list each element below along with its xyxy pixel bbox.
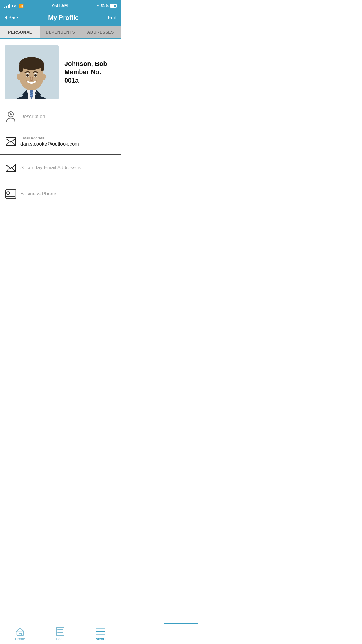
bluetooth-icon: ∗ xyxy=(96,4,99,8)
email-icon xyxy=(5,135,17,148)
secondary-email-icon xyxy=(5,162,17,174)
profile-name: Johnson, Bob xyxy=(64,60,116,68)
profile-section: Johnson, Bob Member No. 001a xyxy=(0,39,121,105)
page-title: My Profile xyxy=(48,14,79,22)
content-area: Johnson, Bob Member No. 001a Description xyxy=(0,39,121,233)
edit-button[interactable]: Edit xyxy=(108,15,116,20)
svg-point-23 xyxy=(10,113,12,115)
nav-bar: Back My Profile Edit xyxy=(0,11,121,26)
tab-dependents[interactable]: DEPENDENTS xyxy=(40,26,80,38)
status-left: GS 📶 xyxy=(4,4,24,8)
tab-personal[interactable]: PERSONAL xyxy=(0,26,40,39)
tab-bar: PERSONAL DEPENDENTS ADDRESSES xyxy=(0,26,121,39)
email-label: Email Address xyxy=(20,136,79,140)
secondary-email-placeholder: Seconday Email Addresses xyxy=(20,165,81,171)
back-label: Back xyxy=(8,15,19,20)
envelope-secondary-icon xyxy=(6,164,16,172)
business-phone-placeholder: Business Phone xyxy=(20,191,56,197)
description-content: Description xyxy=(20,114,45,120)
bar1 xyxy=(4,7,5,8)
bar4 xyxy=(9,4,10,8)
chevron-left-icon xyxy=(5,16,7,20)
status-right: ∗ 58 % xyxy=(96,4,117,8)
back-button[interactable]: Back xyxy=(5,15,19,20)
person-icon xyxy=(6,111,15,122)
email-value: dan.s.cooke@outlook.com xyxy=(20,141,79,147)
avatar xyxy=(5,45,59,99)
status-bar: GS 📶 9:41 AM ∗ 58 % xyxy=(0,0,121,11)
battery-percent: 58 % xyxy=(101,4,109,8)
svg-point-20 xyxy=(17,74,22,80)
svg-rect-14 xyxy=(19,64,23,72)
email-row[interactable]: Email Address dan.s.cooke@outlook.com xyxy=(0,128,121,155)
description-placeholder: Description xyxy=(20,114,45,120)
svg-point-18 xyxy=(26,74,29,77)
profile-member-no: Member No. 001a xyxy=(64,68,116,85)
description-row[interactable]: Description xyxy=(0,105,121,128)
svg-point-27 xyxy=(7,192,10,195)
business-phone-icon xyxy=(5,188,17,200)
description-icon xyxy=(5,111,17,123)
envelope-icon xyxy=(6,137,16,146)
wifi-icon: 📶 xyxy=(19,4,24,8)
battery-fill xyxy=(111,5,114,7)
svg-point-19 xyxy=(34,74,37,77)
signal-bars xyxy=(4,4,10,8)
avatar-image xyxy=(5,45,59,99)
svg-point-13 xyxy=(19,57,44,70)
bar2 xyxy=(6,6,7,8)
tab-addresses[interactable]: ADDRESSES xyxy=(80,26,121,38)
svg-rect-15 xyxy=(41,64,44,71)
battery-icon xyxy=(110,4,117,8)
status-time: 9:41 AM xyxy=(52,4,68,8)
email-content: Email Address dan.s.cooke@outlook.com xyxy=(20,136,79,147)
business-phone-content: Business Phone xyxy=(20,191,56,197)
secondary-email-content: Seconday Email Addresses xyxy=(20,165,81,171)
secondary-email-row[interactable]: Seconday Email Addresses xyxy=(0,155,121,181)
bar3 xyxy=(8,5,9,8)
carrier-label: GS xyxy=(12,4,17,8)
profile-info: Johnson, Bob Member No. 001a xyxy=(64,60,116,85)
svg-point-21 xyxy=(41,74,46,80)
business-phone-row[interactable]: Business Phone xyxy=(0,181,121,207)
card-icon xyxy=(5,189,16,199)
